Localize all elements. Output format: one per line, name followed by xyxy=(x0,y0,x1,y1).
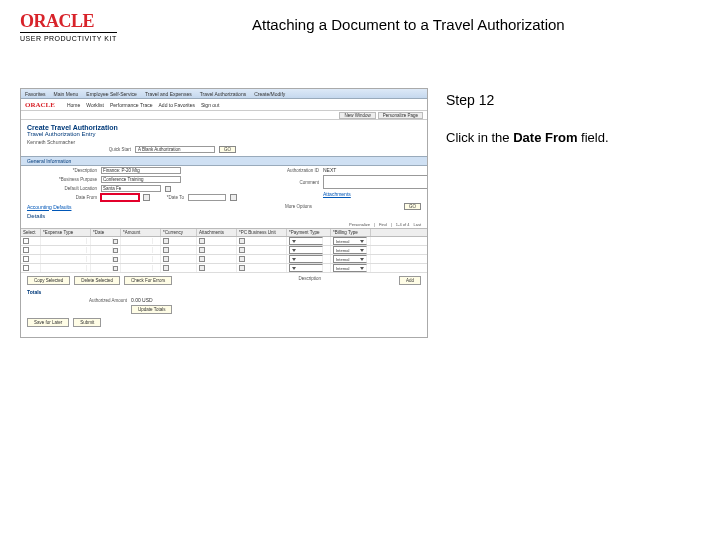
calendar-icon[interactable] xyxy=(113,239,118,244)
pc-bu-lookup-icon[interactable] xyxy=(239,256,245,262)
payment-type-select[interactable] xyxy=(289,237,323,245)
billing-type-select[interactable]: Internal xyxy=(333,264,367,272)
description-input[interactable]: Finance: P-20 Mtg xyxy=(101,167,181,174)
row-select-checkbox[interactable] xyxy=(23,247,29,253)
default-location-input[interactable]: Santa Fe xyxy=(101,185,161,192)
save-for-later-button[interactable]: Save for Later xyxy=(27,318,69,327)
attachment-icon[interactable] xyxy=(199,265,205,271)
breadcrumb-item[interactable]: Main Menu xyxy=(54,91,79,97)
copy-selected-button[interactable]: Copy Selected xyxy=(27,276,70,285)
accounting-defaults-link[interactable]: Accounting Defaults xyxy=(27,204,71,210)
location-lookup-icon[interactable] xyxy=(165,186,171,192)
row-date-input[interactable] xyxy=(93,238,113,244)
currency-lookup-icon[interactable] xyxy=(163,265,169,271)
authorized-amount-value: 0.00 USD xyxy=(131,297,153,303)
step-number: Step 12 xyxy=(446,92,700,108)
attachment-icon[interactable] xyxy=(199,256,205,262)
comment-textarea[interactable] xyxy=(323,175,428,189)
amount-input[interactable] xyxy=(123,247,153,253)
add-button[interactable]: Add xyxy=(399,276,421,285)
breadcrumb-item[interactable]: Travel Authorizations xyxy=(200,91,247,97)
currency-lookup-icon[interactable] xyxy=(163,247,169,253)
date-to-input[interactable] xyxy=(188,194,226,201)
expense-type-input[interactable] xyxy=(43,256,87,262)
billing-type-select[interactable]: Internal xyxy=(333,255,367,263)
expense-type-input[interactable] xyxy=(43,265,87,271)
personalize-link[interactable]: Personalize xyxy=(349,222,370,227)
last-link[interactable]: Last xyxy=(413,222,421,227)
update-totals-button[interactable]: Update Totals xyxy=(131,305,172,314)
brand-block: ORACLE USER PRODUCTIVITY KIT xyxy=(20,12,117,42)
payment-type-select[interactable] xyxy=(289,264,323,272)
delete-selected-button[interactable]: Delete Selected xyxy=(74,276,120,285)
signout-link[interactable]: Sign out xyxy=(201,102,219,108)
step-text-bold: Date From xyxy=(513,130,577,145)
personalize-page-tab[interactable]: Personalize Page xyxy=(378,112,423,119)
oracle-logo: ORACLE xyxy=(20,12,117,30)
expense-type-input[interactable] xyxy=(43,238,87,244)
page-title: Attaching a Document to a Travel Authori… xyxy=(117,12,700,33)
new-window-tab[interactable]: New Window xyxy=(339,112,375,119)
home-link[interactable]: Home xyxy=(67,102,80,108)
calendar-icon[interactable] xyxy=(113,257,118,262)
business-purpose-select[interactable]: Conference Training xyxy=(101,176,181,183)
table-row: Internal xyxy=(21,264,427,273)
calendar-icon[interactable] xyxy=(230,194,237,201)
billing-type-select[interactable]: Internal xyxy=(333,237,367,245)
row-select-checkbox[interactable] xyxy=(23,238,29,244)
attachment-icon[interactable] xyxy=(199,247,205,253)
pc-bu-lookup-icon[interactable] xyxy=(239,247,245,253)
amount-input[interactable] xyxy=(123,256,153,262)
calendar-icon[interactable] xyxy=(113,266,118,271)
form-subheading: Travel Authorization Entry xyxy=(21,131,427,139)
description2-label: Description xyxy=(298,276,321,285)
payment-type-select[interactable] xyxy=(289,246,323,254)
check-errors-button[interactable]: Check For Errors xyxy=(124,276,172,285)
authorization-id-label: Authorization ID xyxy=(249,168,319,173)
date-from-input[interactable] xyxy=(101,194,139,201)
payment-type-select[interactable] xyxy=(289,255,323,263)
table-row: Internal xyxy=(21,255,427,264)
totals-heading: Totals xyxy=(21,288,427,296)
billing-type-select[interactable]: Internal xyxy=(333,246,367,254)
currency-lookup-icon[interactable] xyxy=(163,238,169,244)
favorites-link[interactable]: Add to Favorites xyxy=(159,102,195,108)
col-attachments: Attachments xyxy=(197,229,237,236)
calendar-icon[interactable] xyxy=(113,248,118,253)
amount-input[interactable] xyxy=(123,265,153,271)
quick-start-select[interactable]: A Blank Authorization xyxy=(135,146,215,153)
calendar-icon[interactable] xyxy=(143,194,150,201)
row-count: 1-4 of 4 xyxy=(396,222,410,227)
breadcrumb-item[interactable]: Favorites xyxy=(25,91,46,97)
find-link[interactable]: Find xyxy=(379,222,387,227)
expense-type-input[interactable] xyxy=(43,247,87,253)
row-select-checkbox[interactable] xyxy=(23,256,29,262)
row-date-input[interactable] xyxy=(93,256,113,262)
pc-bu-lookup-icon[interactable] xyxy=(239,265,245,271)
breadcrumb-item[interactable]: Employee Self-Service xyxy=(86,91,137,97)
comment-label: Comment xyxy=(249,180,319,185)
oracle-logo: ORACLE xyxy=(25,101,55,109)
breadcrumb-item[interactable]: Travel and Expenses xyxy=(145,91,192,97)
authorization-id-value: NEXT xyxy=(323,167,336,173)
general-info-section[interactable]: General Information xyxy=(21,156,427,166)
row-select-checkbox[interactable] xyxy=(23,265,29,271)
app-breadcrumb: Favorites Main Menu Employee Self-Servic… xyxy=(21,89,427,99)
perf-trace-link[interactable]: Performance Trace xyxy=(110,102,153,108)
step-text: Click in the Date From field. xyxy=(446,130,700,145)
row-date-input[interactable] xyxy=(93,265,113,271)
attachment-icon[interactable] xyxy=(199,238,205,244)
amount-input[interactable] xyxy=(123,238,153,244)
business-purpose-label: *Business Purpose xyxy=(27,177,97,182)
worklist-link[interactable]: Worklist xyxy=(86,102,104,108)
quick-start-go-button[interactable]: GO xyxy=(219,146,236,153)
submit-button[interactable]: Submit xyxy=(73,318,101,327)
attachments-link[interactable]: Attachments xyxy=(323,191,351,197)
row-date-input[interactable] xyxy=(93,247,113,253)
more-options-go-button[interactable]: GO xyxy=(404,203,421,210)
breadcrumb-item[interactable]: Create/Modify xyxy=(254,91,285,97)
pc-bu-lookup-icon[interactable] xyxy=(239,238,245,244)
description2-input[interactable] xyxy=(325,276,395,285)
col-date: *Date xyxy=(91,229,121,236)
currency-lookup-icon[interactable] xyxy=(163,256,169,262)
